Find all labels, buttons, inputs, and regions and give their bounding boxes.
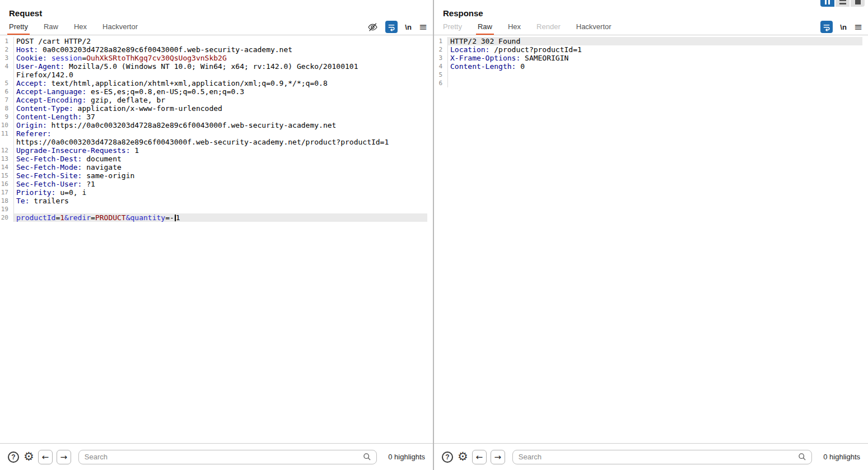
- next-match-button[interactable]: →: [491, 450, 505, 464]
- next-match-button[interactable]: →: [57, 450, 71, 464]
- editor-line[interactable]: Firefox/142.0: [0, 71, 427, 79]
- show-newlines-toggle[interactable]: \n: [840, 23, 847, 31]
- tab-hackvertor[interactable]: Hackvertor: [575, 22, 613, 35]
- editor-line[interactable]: 12Upgrade-Insecure-Requests: 1: [0, 146, 427, 155]
- editor-line[interactable]: 8Content-Type: application/x-www-form-ur…: [0, 104, 427, 113]
- line-content: Host: 0a0c003203d4728a82e89c6f0043000f.w…: [14, 45, 292, 54]
- editor-line[interactable]: 10Origin: https://0a0c003203d4728a82e89c…: [0, 121, 427, 129]
- line-number: 9: [0, 113, 14, 121]
- editor-line[interactable]: 15Sec-Fetch-Site: same-origin: [0, 171, 427, 180]
- tab-hackvertor[interactable]: Hackvertor: [101, 22, 139, 35]
- line-content: POST /cart HTTP/2: [14, 37, 91, 45]
- editor-line[interactable]: 20productId=1&redir=PRODUCT&quantity=-1: [0, 213, 427, 222]
- stop-button[interactable]: [851, 0, 865, 7]
- word-wrap-toggle-button[interactable]: [820, 21, 833, 33]
- request-search-input[interactable]: [85, 453, 362, 461]
- response-search-input[interactable]: [519, 453, 797, 461]
- line-content: User-Agent: Mozilla/5.0 (Windows NT 10.0…: [14, 62, 358, 71]
- request-tab-bar: PrettyRawHexHackvertor: [7, 22, 152, 35]
- stop-icon: [855, 0, 861, 4]
- line-content: HTTP/2 302 Found: [448, 37, 520, 45]
- line-number: 3: [434, 54, 448, 62]
- line-number: 7: [0, 96, 14, 104]
- editor-line[interactable]: 2Host: 0a0c003203d4728a82e89c6f0043000f.…: [0, 45, 427, 54]
- tab-hex[interactable]: Hex: [506, 22, 522, 35]
- editor-line[interactable]: 4User-Agent: Mozilla/5.0 (Windows NT 10.…: [0, 62, 427, 71]
- tab-raw[interactable]: Raw: [42, 22, 60, 35]
- line-number: 6: [434, 79, 448, 87]
- editor-line[interactable]: 7Accept-Encoding: gzip, deflate, br: [0, 96, 427, 104]
- editor-line[interactable]: 14Sec-Fetch-Mode: navigate: [0, 163, 427, 171]
- line-content: X-Frame-Options: SAMEORIGIN: [448, 54, 568, 62]
- response-tab-bar: PrettyRawHexRenderHackvertor: [441, 22, 626, 35]
- line-content: Te: trailers: [14, 197, 69, 205]
- request-panel-header: Request PrettyRawHexHackvertor: [0, 0, 433, 35]
- pause-button[interactable]: [820, 0, 834, 7]
- response-editor-toolbar: \n ≡: [820, 21, 862, 33]
- line-number: 14: [0, 163, 14, 171]
- editor-line[interactable]: 19: [0, 205, 427, 213]
- line-content: Firefox/142.0: [14, 71, 73, 79]
- word-wrap-toggle-button[interactable]: [385, 21, 398, 33]
- line-content: Sec-Fetch-Mode: navigate: [14, 163, 122, 171]
- line-content: Sec-Fetch-User: ?1: [14, 180, 95, 188]
- line-content: productId=1&redir=PRODUCT&quantity=-1: [14, 213, 180, 222]
- editor-line[interactable]: 17Priority: u=0, i: [0, 188, 427, 197]
- show-newlines-toggle[interactable]: \n: [405, 23, 412, 31]
- response-panel: Response PrettyRawHexRenderHackvertor \n…: [434, 0, 868, 470]
- tab-render: Render: [535, 22, 562, 35]
- line-number: 13: [0, 155, 14, 163]
- editor-line[interactable]: 5Accept: text/html,application/xhtml+xml…: [0, 79, 427, 87]
- line-number: 15: [0, 171, 14, 180]
- request-editor[interactable]: 1POST /cart HTTP/22Host: 0a0c003203d4728…: [0, 35, 433, 443]
- line-content: Priority: u=0, i: [14, 188, 86, 197]
- editor-line[interactable]: 6: [434, 79, 862, 87]
- editor-line[interactable]: 1POST /cart HTTP/2: [0, 37, 427, 45]
- request-footer: ? ⚙ ← → 0 highlights: [0, 443, 433, 470]
- response-panel-title: Response: [443, 8, 483, 18]
- line-number: [0, 138, 14, 146]
- editor-line[interactable]: 2Location: /product?productId=1: [434, 45, 862, 54]
- editor-line[interactable]: 5: [434, 71, 862, 79]
- editor-line[interactable]: 4Content-Length: 0: [434, 62, 862, 71]
- editor-line[interactable]: 13Sec-Fetch-Dest: document: [0, 155, 427, 163]
- editor-line[interactable]: 9Content-Length: 37: [0, 113, 427, 121]
- line-content: Sec-Fetch-Site: same-origin: [14, 171, 134, 180]
- response-search-box: [512, 450, 812, 464]
- line-number: 10: [0, 121, 14, 129]
- editor-line[interactable]: 18Te: trailers: [0, 197, 427, 205]
- editor-menu-icon[interactable]: ≡: [854, 22, 862, 32]
- response-footer: ? ⚙ ← → 0 highlights: [434, 443, 868, 470]
- editor-line[interactable]: 3Cookie: session=OuhXkSRtoThKgq7cv30QsUo…: [0, 54, 427, 62]
- editor-line[interactable]: https://0a0c003203d4728a82e89c6f0043000f…: [0, 138, 427, 146]
- line-content: Accept-Encoding: gzip, deflate, br: [14, 96, 165, 104]
- previous-match-button[interactable]: ←: [472, 450, 487, 464]
- tab-raw[interactable]: Raw: [476, 22, 494, 35]
- editor-line[interactable]: 11Referer:: [0, 129, 427, 138]
- tab-hex[interactable]: Hex: [72, 22, 88, 35]
- editor-menu-icon[interactable]: ≡: [419, 22, 427, 32]
- search-settings-gear-icon[interactable]: ⚙: [458, 451, 468, 463]
- line-number: 2: [0, 45, 14, 54]
- line-number: 6: [0, 87, 14, 96]
- editor-line[interactable]: 1HTTP/2 302 Found: [434, 37, 862, 45]
- line-number: 1: [434, 37, 448, 45]
- editor-line[interactable]: 3X-Frame-Options: SAMEORIGIN: [434, 54, 862, 62]
- editor-line[interactable]: 16Sec-Fetch-User: ?1: [0, 180, 427, 188]
- search-settings-gear-icon[interactable]: ⚙: [24, 451, 34, 463]
- help-icon[interactable]: ?: [8, 452, 19, 463]
- line-content: Accept: text/html,application/xhtml+xml,…: [14, 79, 328, 87]
- response-panel-header: Response PrettyRawHexRenderHackvertor \n…: [434, 0, 868, 35]
- response-editor[interactable]: 1HTTP/2 302 Found2Location: /product?pro…: [434, 35, 868, 443]
- line-number: 17: [0, 188, 14, 197]
- line-number: 12: [0, 146, 14, 155]
- help-icon[interactable]: ?: [442, 452, 453, 463]
- hide-nonprintable-icon[interactable]: [367, 22, 378, 32]
- previous-match-button[interactable]: ←: [38, 450, 53, 464]
- repeater-view: Request PrettyRawHexHackvertor: [0, 0, 868, 470]
- editor-line[interactable]: 6Accept-Language: es-ES,es;q=0.8,en-US;q…: [0, 87, 427, 96]
- line-number: 11: [0, 129, 14, 138]
- rows-layout-button[interactable]: [836, 0, 850, 7]
- tab-pretty[interactable]: Pretty: [7, 22, 30, 35]
- line-number: 4: [0, 62, 14, 71]
